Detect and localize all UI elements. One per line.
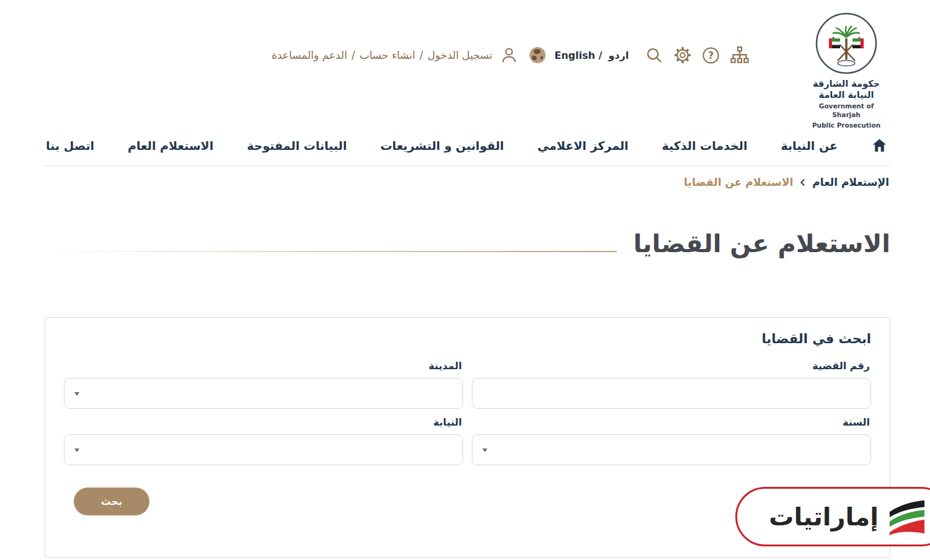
page: { "topbar": { "login": "تسجيل الدخول", "…	[0, 0, 930, 560]
nav-item-open-data[interactable]: البيانات المفتوحة	[247, 139, 347, 152]
user-icon[interactable]	[500, 46, 518, 64]
settings-gear-icon[interactable]	[673, 46, 692, 64]
year-field-group: السنة	[472, 409, 871, 465]
svg-text:?: ?	[708, 49, 714, 61]
register-link[interactable]: انشاء حساب	[360, 49, 415, 61]
globe-icon[interactable]	[528, 46, 547, 64]
logo-arabic-line2: النيابة العامة	[805, 89, 888, 100]
search-button[interactable]: بحث	[74, 488, 149, 515]
breadcrumb: الإستعلام العام الاستعلام عن القضايا	[684, 176, 889, 188]
logo-english-line1: Government of Sharjah	[805, 102, 888, 119]
city-field-group: المدينة	[64, 352, 463, 409]
prosecution-field-group: النيابة	[64, 409, 463, 465]
watermark-text: إماراتيات	[769, 504, 879, 529]
form-heading: ابحث في القضايا	[64, 331, 871, 346]
auth-links: تسجيل الدخول / انشاء حساب / الدعم والمسا…	[272, 49, 492, 61]
site-logo[interactable]: حكومة الشارقة النيابة العامة Government …	[805, 11, 888, 129]
breadcrumb-parent[interactable]: الإستعلام العام	[812, 176, 889, 188]
nav-item-about-prosecution[interactable]: عن النيابة	[781, 139, 838, 152]
nav-item-contact-us[interactable]: اتصل بنا	[46, 139, 94, 152]
search-icon[interactable]	[645, 46, 663, 64]
sitemap-icon[interactable]	[730, 46, 750, 64]
emaratyat-watermark: إماراتيات	[735, 487, 930, 546]
nav-item-general-inquiry[interactable]: الاستعلام العام	[128, 139, 213, 152]
nav-item-media-center[interactable]: المركز الاعلامي	[538, 139, 629, 152]
login-link[interactable]: تسجيل الدخول	[427, 49, 492, 61]
language-english[interactable]: English /	[554, 50, 602, 61]
city-label: المدينة	[65, 360, 462, 372]
dropdown-arrow-icon	[482, 448, 487, 452]
city-select[interactable]	[64, 378, 463, 409]
main-navigation: عن النيابة الخدمات الذكية المركز الاعلام…	[43, 125, 890, 166]
prosecution-label: النيابة	[65, 416, 462, 428]
year-select[interactable]	[472, 434, 871, 465]
support-link[interactable]: الدعم والمساعدة	[272, 49, 347, 61]
sharjah-emblem-logo	[814, 11, 879, 76]
case-number-field-group: رقم القضية	[472, 352, 871, 409]
case-number-label: رقم القضية	[473, 360, 870, 372]
year-label: السنة	[473, 416, 870, 428]
language-switcher[interactable]: English / اردو	[554, 50, 629, 61]
separator: /	[352, 49, 355, 61]
chevron-left-icon	[799, 178, 807, 187]
dropdown-arrow-icon	[74, 392, 79, 396]
logo-arabic-line1: حكومة الشارقة	[805, 78, 888, 89]
page-title: الاستعلام عن القضايا	[633, 229, 890, 258]
breadcrumb-current: الاستعلام عن القضايا	[684, 176, 793, 188]
nav-item-smart-services[interactable]: الخدمات الذكية	[662, 139, 748, 152]
title-divider-line	[45, 251, 617, 252]
page-title-row: الاستعلام عن القضايا	[45, 229, 890, 258]
prosecution-select[interactable]	[64, 434, 463, 465]
uae-flag-swoosh-icon	[887, 497, 926, 536]
dropdown-arrow-icon	[74, 448, 79, 452]
top-utility-bar: تسجيل الدخول / انشاء حساب / الدعم والمسا…	[272, 41, 750, 69]
separator: /	[420, 49, 423, 61]
case-number-input[interactable]	[472, 378, 871, 409]
language-urdu[interactable]: اردو	[608, 50, 629, 61]
home-icon[interactable]	[871, 137, 888, 154]
nav-item-laws-legislations[interactable]: القوانين و التشريعات	[380, 139, 503, 152]
form-grid: رقم القضية المدينة السنة النيابة	[64, 352, 871, 465]
help-icon[interactable]: ?	[702, 46, 720, 64]
